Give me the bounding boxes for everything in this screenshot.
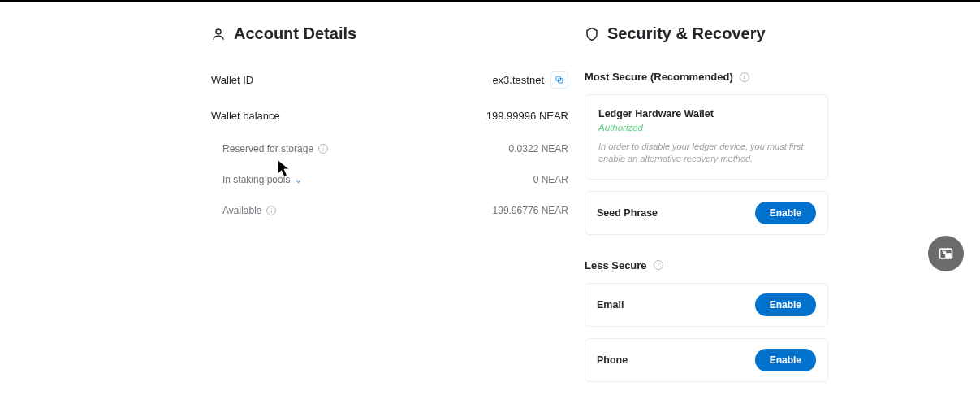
account-details-section: Account Details Wallet ID ex3.testnet Wa… (211, 24, 568, 393)
wallet-id-label: Wallet ID (211, 74, 253, 86)
email-label: Email (597, 299, 624, 311)
info-icon[interactable]: i (740, 72, 749, 82)
wallet-id-row: Wallet ID ex3.testnet (211, 71, 568, 89)
security-title: Security & Recovery (607, 24, 766, 43)
staking-value: 0 NEAR (533, 174, 568, 185)
enable-seed-phrase-button[interactable]: Enable (755, 202, 816, 224)
staking-label: In staking pools (222, 174, 290, 185)
info-icon[interactable]: i (654, 260, 663, 270)
staking-row: In staking pools ⌄ 0 NEAR (211, 174, 568, 185)
ledger-card: Ledger Hardware Wallet Authorized In ord… (585, 94, 828, 180)
enable-phone-button[interactable]: Enable (755, 349, 816, 371)
wallet-id-value: ex3.testnet (492, 74, 544, 86)
enable-email-button[interactable]: Enable (755, 293, 816, 316)
reserved-label: Reserved for storage (222, 143, 313, 154)
account-details-header: Account Details (211, 24, 568, 43)
most-secure-label: Most Secure (Recommended) (585, 71, 733, 83)
available-row: Available i 199.96776 NEAR (211, 205, 568, 216)
less-secure-label: Less Secure (585, 259, 647, 271)
seed-phrase-card: Seed Phrase Enable (585, 191, 828, 235)
ledger-status: Authorized (598, 123, 814, 132)
top-border (0, 0, 980, 2)
pip-button[interactable] (928, 236, 964, 271)
reserved-row: Reserved for storage i 0.0322 NEAR (211, 143, 568, 154)
reserved-value: 0.0322 NEAR (509, 143, 568, 154)
most-secure-header: Most Secure (Recommended) i (585, 71, 828, 83)
wallet-balance-row: Wallet balance 199.99996 NEAR (211, 110, 568, 122)
chevron-down-icon[interactable]: ⌄ (295, 175, 302, 185)
shield-icon (585, 27, 599, 41)
email-card: Email Enable (585, 283, 828, 327)
account-details-title: Account Details (234, 24, 356, 43)
info-icon[interactable]: i (266, 206, 276, 215)
copy-icon[interactable] (550, 71, 568, 89)
svg-rect-4 (946, 254, 951, 257)
phone-card: Phone Enable (585, 338, 828, 382)
phone-label: Phone (597, 354, 628, 366)
user-icon (211, 27, 226, 41)
ledger-desc: In order to disable your ledger device, … (598, 141, 814, 166)
ledger-title: Ledger Hardware Wallet (598, 108, 814, 119)
less-secure-header: Less Secure i (585, 259, 828, 271)
info-icon[interactable]: i (318, 144, 328, 154)
svg-point-0 (216, 29, 221, 34)
available-label: Available (222, 205, 261, 216)
wallet-balance-label: Wallet balance (211, 110, 280, 122)
available-value: 199.96776 NEAR (493, 205, 568, 216)
wallet-balance-value: 199.99996 NEAR (486, 110, 568, 122)
security-header: Security & Recovery (585, 24, 828, 43)
security-recovery-section: Security & Recovery Most Secure (Recomme… (585, 24, 828, 393)
seed-phrase-label: Seed Phrase (597, 207, 658, 219)
